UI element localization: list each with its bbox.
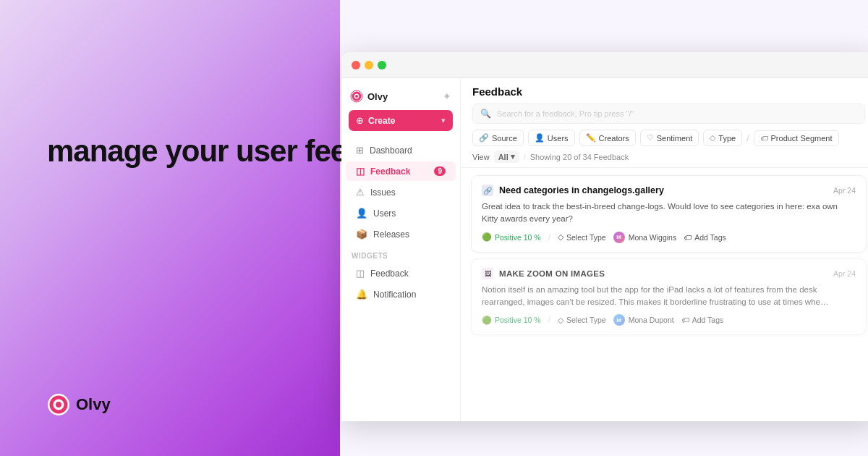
window-close-dot[interactable] [352, 61, 360, 69]
feed-card-1-favicon: 🔗 [482, 185, 493, 196]
browser-window: Olvy ✦ ⊕ Create ▾ ⊞ Dashboard ◫ Feedback [341, 52, 868, 421]
filter-product-segment-label: Product Segment [771, 134, 833, 143]
create-chevron-icon: ▾ [441, 116, 446, 125]
view-all-text: All [498, 153, 509, 161]
brand-logo: Olvy [47, 393, 111, 416]
filter-type-label: Type [718, 134, 736, 143]
feed-card-2-favicon: 🖼 [482, 268, 493, 279]
feedback-icon: ◫ [356, 166, 365, 177]
sidebar-item-dashboard-label: Dashboard [370, 145, 412, 156]
feed-card-2-author: M Mona Dupont [613, 314, 674, 326]
author-name-2: Mona Dupont [629, 316, 674, 324]
filter-divider: / [746, 133, 749, 143]
filter-users-label: Users [548, 134, 569, 143]
add-tags-icon-2: 🏷 [681, 316, 689, 324]
feed-card-2-footer: 🟢 Positive 10 % / ◇ Select Type M Mona D… [482, 314, 856, 326]
olvy-logo-icon [47, 393, 70, 416]
feed-card-1-date: Apr 24 [833, 186, 856, 195]
footer-divider-2: / [548, 315, 550, 325]
users-icon: 👤 [356, 208, 367, 219]
view-label: View [472, 153, 490, 161]
feed-card-2-body: Notion itself is an amazing tool but the… [482, 284, 856, 309]
feed-card-2-sentiment[interactable]: 🟢 Positive 10 % [482, 316, 541, 325]
feed-card-1-footer: 🟢 Positive 10 % / ◇ Select Type M Mona W… [482, 232, 856, 243]
sidebar-item-feedback-label: Feedback [370, 166, 410, 177]
feed-card-2-type[interactable]: ◇ Select Type [558, 316, 606, 325]
feed-card-1-header: 🔗 Need categories in changelogs.gallery … [482, 185, 856, 196]
feed-card-1-tags[interactable]: 🏷 Add Tags [684, 233, 726, 242]
view-bar: View All ▾ / Showing 20 of 34 Feedback [472, 151, 865, 163]
widgets-section-label: WIDGETS [341, 245, 460, 263]
sidebar-item-issues-label: Issues [370, 187, 396, 198]
sentiment-icon: ♡ [647, 133, 654, 143]
sidebar-widget-notification[interactable]: 🔔 Notification [346, 284, 456, 304]
filter-source[interactable]: 🔗 Source [472, 130, 524, 146]
filter-users[interactable]: 👤 Users [528, 130, 575, 146]
filter-creators[interactable]: ✏️ Creators [579, 130, 636, 146]
widget-feedback-icon: ◫ [356, 268, 365, 279]
search-placeholder: Search for a feedback, Pro tip press "/" [497, 109, 634, 118]
sidebar-item-releases-label: Releases [373, 229, 409, 240]
type-icon: ◇ [710, 133, 715, 143]
sidebar-item-users[interactable]: 👤 Users [346, 203, 456, 223]
feed-card-2-tags[interactable]: 🏷 Add Tags [681, 316, 724, 324]
sidebar-widget-feedback-label: Feedback [370, 269, 409, 279]
filter-type[interactable]: ◇ Type [703, 130, 742, 146]
svg-point-5 [355, 95, 358, 98]
feed-card-1-title: Need categories in changelogs.gallery [499, 185, 827, 195]
sidebar-widget-notification-label: Notification [373, 290, 416, 300]
filter-creators-label: Creators [599, 134, 629, 143]
create-plus-icon: ⊕ [356, 115, 364, 126]
window-minimize-dot[interactable] [365, 61, 373, 69]
sidebar-item-dashboard[interactable]: ⊞ Dashboard [346, 140, 456, 160]
feed-card-1-type[interactable]: ◇ Select Type [558, 232, 606, 242]
sidebar-item-issues[interactable]: ⚠ Issues [346, 182, 456, 202]
widget-notification-icon: 🔔 [356, 289, 367, 300]
view-all-selector[interactable]: All ▾ [494, 151, 519, 163]
feed-card-2-title: MAKE ZOOM ON IMAGES [499, 269, 827, 278]
browser-body: Olvy ✦ ⊕ Create ▾ ⊞ Dashboard ◫ Feedback [341, 78, 868, 421]
feed-card-1-body: Great idea to track the best-in-breed ch… [482, 200, 856, 226]
type-label: Select Type [566, 233, 606, 242]
feed-card-1-author: M Mona Wiggins [613, 232, 677, 243]
feedback-badge: 9 [434, 166, 446, 176]
create-button-left: ⊕ Create [356, 115, 395, 126]
sidebar-logo-text: Olvy [367, 91, 388, 102]
sidebar-item-feedback[interactable]: ◫ Feedback 9 [346, 161, 456, 181]
sidebar-item-users-label: Users [373, 208, 396, 219]
type-label-2: Select Type [566, 316, 606, 324]
sidebar-widget-feedback[interactable]: ◫ Feedback [346, 263, 456, 283]
filter-bar: 🔗 Source 👤 Users ✏️ Creators ♡ Sentiment [472, 130, 865, 146]
sidebar-spark-icon[interactable]: ✦ [443, 90, 451, 102]
author-avatar-2: M [613, 314, 625, 326]
filter-sentiment[interactable]: ♡ Sentiment [640, 130, 699, 146]
releases-icon: 📦 [356, 229, 367, 240]
sidebar-logo-icon [350, 90, 363, 103]
feed-card-2-date: Apr 24 [833, 269, 856, 278]
add-tags-icon: 🏷 [684, 233, 692, 242]
create-button[interactable]: ⊕ Create ▾ [349, 110, 453, 131]
issues-icon: ⚠ [356, 187, 365, 198]
creators-icon: ✏️ [586, 133, 596, 143]
feed-card-1-sentiment[interactable]: 🟢 Positive 10 % [482, 232, 541, 242]
main-header: Feedback 🔍 Search for a feedback, Pro ti… [461, 78, 868, 168]
sentiment-label: Positive 10 % [495, 233, 541, 242]
search-bar[interactable]: 🔍 Search for a feedback, Pro tip press "… [472, 104, 865, 124]
sidebar-item-releases[interactable]: 📦 Releases [346, 224, 456, 244]
sentiment-positive-icon-2: 🟢 [482, 316, 492, 325]
window-maximize-dot[interactable] [378, 61, 386, 69]
type-select-icon: ◇ [558, 232, 563, 242]
feed-card-2: 🖼 MAKE ZOOM ON IMAGES Apr 24 Notion itse… [471, 258, 867, 336]
footer-divider: / [548, 232, 550, 242]
filter-product-segment[interactable]: 🏷 Product Segment [754, 130, 839, 146]
main-content: Feedback 🔍 Search for a feedback, Pro ti… [461, 78, 868, 421]
create-button-label: Create [368, 116, 395, 126]
sidebar-logo: Olvy ✦ [341, 85, 460, 110]
feed-card-1: 🔗 Need categories in changelogs.gallery … [471, 175, 867, 253]
brand-name: Olvy [76, 395, 111, 414]
add-tags-label-2: Add Tags [692, 316, 724, 324]
showing-count: Showing 20 of 34 Feedback [530, 153, 629, 161]
sidebar: Olvy ✦ ⊕ Create ▾ ⊞ Dashboard ◫ Feedback [341, 78, 461, 421]
filter-source-label: Source [492, 134, 517, 143]
page-title: Feedback [472, 85, 865, 98]
